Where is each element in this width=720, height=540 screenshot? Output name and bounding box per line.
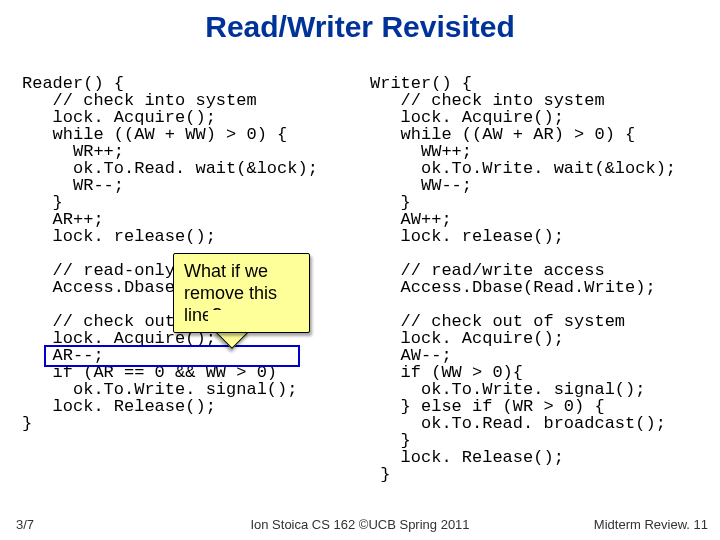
footer: 3/7 Ion Stoica CS 162 ©UCB Spring 2011 M… — [0, 517, 720, 532]
writer-code: Writer() { // check into system lock. Ac… — [370, 75, 710, 483]
callout-line1: What if we — [184, 260, 299, 282]
callout-tail-mask — [208, 310, 244, 330]
footer-page: 3/7 — [16, 517, 34, 532]
footer-right: Midterm Review. 11 — [594, 517, 708, 532]
code-area: Reader() { // check into system lock. Ac… — [0, 58, 720, 478]
callout-line2: remove this — [184, 282, 299, 304]
page-title: Read/Writer Revisited — [0, 0, 720, 58]
